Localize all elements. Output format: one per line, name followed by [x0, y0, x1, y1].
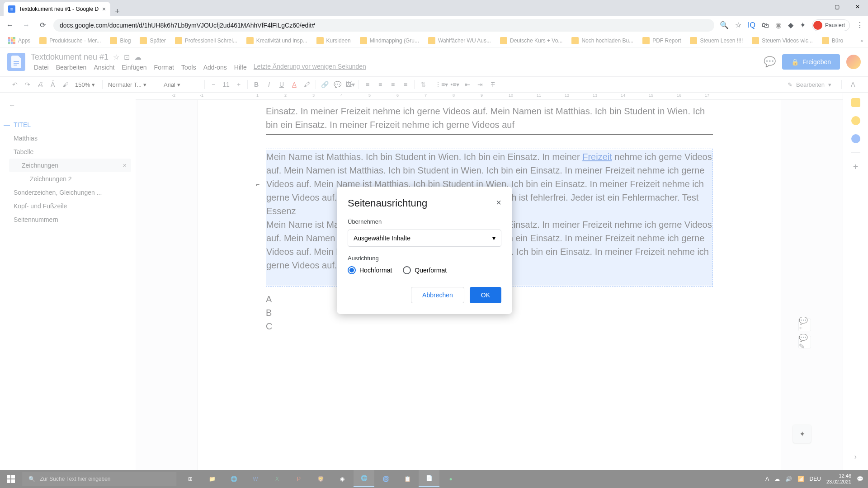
extensions-icon[interactable]: ✦ — [800, 21, 806, 29]
address-bar: ← → ⟳ docs.google.com/document/d/1hUH8k6… — [0, 16, 868, 34]
page-orientation-dialog: Seitenausrichtung × Übernehmen Ausgewähl… — [337, 187, 512, 314]
tab-bar: ≡ Textdokument neu #1 - Google D × + — [0, 0, 868, 16]
back-button[interactable]: ← — [5, 20, 15, 31]
url-text: docs.google.com/document/d/1hUH8k6h7Lb8y… — [60, 22, 315, 29]
close-dialog-button[interactable]: × — [496, 197, 501, 209]
browser-chrome: ≡ Textdokument neu #1 - Google D × + ─ ▢… — [0, 0, 868, 34]
radio-icon — [348, 266, 356, 274]
extension-icon-4[interactable]: ◆ — [788, 21, 793, 29]
bookmark-star-icon[interactable]: ☆ — [735, 21, 741, 29]
radio-icon — [403, 266, 411, 274]
forward-button[interactable]: → — [21, 20, 32, 31]
zoom-icon[interactable]: 🔍 — [720, 21, 729, 29]
address-icons: 🔍 ☆ IQ 🛍 ◉ ◆ ✦ Pausiert ⋮ — [720, 19, 863, 31]
cancel-button[interactable]: Abbrechen — [411, 287, 464, 303]
profile-paused[interactable]: Pausiert — [812, 19, 850, 31]
new-tab-button[interactable]: + — [110, 7, 124, 16]
ok-button[interactable]: OK — [470, 287, 501, 303]
chevron-down-icon: ▾ — [492, 235, 495, 242]
extension-icon-3[interactable]: ◉ — [775, 21, 782, 29]
reload-button[interactable]: ⟳ — [37, 20, 48, 31]
extension-icon-2[interactable]: 🛍 — [762, 21, 769, 29]
close-window-button[interactable]: ✕ — [847, 0, 868, 14]
docs-favicon: ≡ — [8, 5, 15, 13]
portrait-radio[interactable]: Hochformat — [348, 266, 392, 274]
apply-label: Übernehmen — [348, 218, 501, 225]
url-field[interactable]: docs.google.com/document/d/1hUH8k6h7Lb8y… — [53, 19, 714, 32]
close-tab-icon[interactable]: × — [102, 5, 106, 13]
window-controls: ─ ▢ ✕ — [806, 0, 868, 14]
dialog-title: Seitenausrichtung — [348, 197, 427, 209]
orientation-label: Ausrichtung — [348, 255, 501, 262]
avatar-icon — [813, 21, 822, 30]
browser-tab[interactable]: ≡ Textdokument neu #1 - Google D × — [4, 2, 110, 16]
minimize-button[interactable]: ─ — [806, 0, 826, 14]
maximize-button[interactable]: ▢ — [826, 0, 847, 14]
landscape-radio[interactable]: Querformat — [403, 266, 447, 274]
extension-icon[interactable]: IQ — [748, 21, 755, 29]
chrome-menu-icon[interactable]: ⋮ — [856, 21, 863, 29]
tab-title: Textdokument neu #1 - Google D — [19, 6, 99, 12]
apply-scope-select[interactable]: Ausgewählte Inhalte ▾ — [348, 230, 501, 247]
